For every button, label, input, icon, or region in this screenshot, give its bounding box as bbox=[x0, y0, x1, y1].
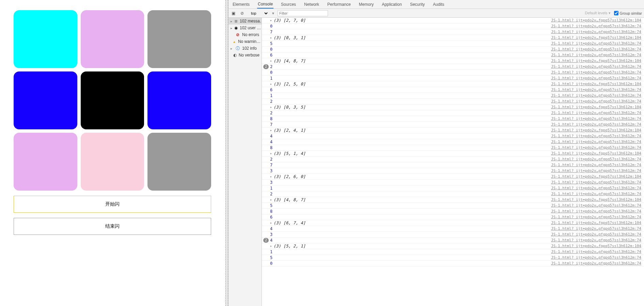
log-row[interactable]: 24JS-1.html? ijt=pdo2v…gfgpq57ssl3h612m:… bbox=[262, 238, 644, 243]
source-link[interactable]: JS-1.html? ijt=pdo2v…fgpq57ssl3h612m:104 bbox=[551, 58, 641, 64]
tab-application[interactable]: Application bbox=[381, 1, 403, 8]
log-row[interactable]: 2JS-1.html? ijt=pdo2v…gfgpq57ssl3h612m:7… bbox=[262, 191, 644, 197]
source-link[interactable]: JS-1.html? ijt=pdo2v…gfgpq57ssl3h612m:74 bbox=[551, 41, 641, 46]
source-link[interactable]: JS-1.html? ijt=pdo2v…gfgpq57ssl3h612m:74 bbox=[551, 64, 641, 69]
execution-context-dropdown[interactable]: top bbox=[248, 10, 269, 16]
log-row[interactable]: ▸(3) [2, 7, 0]JS-1.html? ijt=pdo2v…fgpq5… bbox=[262, 18, 644, 23]
log-row[interactable]: 4JS-1.html? ijt=pdo2v…gfgpq57ssl3h612m:7… bbox=[262, 133, 644, 139]
log-row[interactable]: 3JS-1.html? ijt=pdo2v…gfgpq57ssl3h612m:7… bbox=[262, 232, 644, 238]
log-row[interactable]: 0JS-1.html? ijt=pdo2v…gfgpq57ssl3h612m:7… bbox=[262, 47, 644, 52]
tile-8[interactable] bbox=[147, 133, 211, 191]
clear-console-icon[interactable]: ⊘ bbox=[239, 11, 245, 16]
log-row[interactable]: 1JS-1.html? ijt=pdo2v…gfgpq57ssl3h612m:7… bbox=[262, 249, 644, 255]
tab-performance[interactable]: Performance bbox=[327, 1, 351, 8]
log-row[interactable]: 5JS-1.html? ijt=pdo2v…gfgpq57ssl3h612m:7… bbox=[262, 203, 644, 209]
source-link[interactable]: JS-1.html? ijt=pdo2v…gfgpq57ssl3h612m:74 bbox=[551, 214, 641, 220]
filter-input[interactable] bbox=[278, 10, 328, 16]
source-link[interactable]: JS-1.html? ijt=pdo2v…gfgpq57ssl3h612m:74 bbox=[551, 116, 641, 122]
source-link[interactable]: JS-1.html? ijt=pdo2v…fgpq57ssl3h612m:104 bbox=[551, 243, 641, 249]
source-link[interactable]: JS-1.html? ijt=pdo2v…gfgpq57ssl3h612m:74 bbox=[551, 23, 641, 29]
source-link[interactable]: JS-1.html? ijt=pdo2v…gfgpq57ssl3h612m:74 bbox=[551, 249, 641, 255]
tab-memory[interactable]: Memory bbox=[358, 1, 374, 8]
source-link[interactable]: JS-1.html? ijt=pdo2v…gfgpq57ssl3h612m:74 bbox=[551, 157, 641, 162]
log-row[interactable]: 8JS-1.html? ijt=pdo2v…gfgpq57ssl3h612m:7… bbox=[262, 116, 644, 122]
source-link[interactable]: JS-1.html? ijt=pdo2v…gfgpq57ssl3h612m:74 bbox=[551, 145, 641, 150]
start-button[interactable]: 开始闪 bbox=[14, 196, 211, 213]
log-row[interactable]: ▸(3) [0, 3, 1]JS-1.html? ijt=pdo2v…fgpq5… bbox=[262, 35, 644, 41]
log-row[interactable]: 0JS-1.html? ijt=pdo2v…gfgpq57ssl3h612m:7… bbox=[262, 261, 644, 267]
source-link[interactable]: JS-1.html? ijt=pdo2v…gfgpq57ssl3h612m:74 bbox=[551, 110, 641, 116]
tile-7[interactable] bbox=[81, 133, 144, 191]
source-link[interactable]: JS-1.html? ijt=pdo2v…gfgpq57ssl3h612m:74 bbox=[551, 93, 641, 98]
source-link[interactable]: JS-1.html? ijt=pdo2v…gfgpq57ssl3h612m:74 bbox=[551, 76, 641, 81]
tile-6[interactable] bbox=[14, 133, 77, 191]
source-link[interactable]: JS-1.html? ijt=pdo2v…gfgpq57ssl3h612m:74 bbox=[551, 29, 641, 35]
tab-network[interactable]: Network bbox=[303, 1, 320, 8]
source-link[interactable]: JS-1.html? ijt=pdo2v…fgpq57ssl3h612m:104 bbox=[551, 197, 641, 203]
toggle-sidebar-icon[interactable]: ▣ bbox=[231, 11, 236, 16]
tile-5[interactable] bbox=[147, 71, 211, 129]
log-row[interactable]: 3JS-1.html? ijt=pdo2v…gfgpq57ssl3h612m:7… bbox=[262, 168, 644, 174]
log-row[interactable]: 3JS-1.html? ijt=pdo2v…gfgpq57ssl3h612m:7… bbox=[262, 180, 644, 186]
source-link[interactable]: JS-1.html? ijt=pdo2v…gfgpq57ssl3h612m:74 bbox=[551, 87, 641, 93]
source-link[interactable]: JS-1.html? ijt=pdo2v…gfgpq57ssl3h612m:74 bbox=[551, 168, 641, 174]
source-link[interactable]: JS-1.html? ijt=pdo2v…fgpq57ssl3h612m:104 bbox=[551, 81, 641, 87]
log-row[interactable]: 1JS-1.html? ijt=pdo2v…gfgpq57ssl3h612m:7… bbox=[262, 76, 644, 81]
source-link[interactable]: JS-1.html? ijt=pdo2v…fgpq57ssl3h612m:104 bbox=[551, 128, 641, 133]
log-row[interactable]: 2JS-1.html? ijt=pdo2v…gfgpq57ssl3h612m:7… bbox=[262, 110, 644, 116]
log-row[interactable]: ▸(3) [0, 3, 5]JS-1.html? ijt=pdo2v…fgpq5… bbox=[262, 104, 644, 110]
log-row[interactable]: 6JS-1.html? ijt=pdo2v…gfgpq57ssl3h612m:7… bbox=[262, 214, 644, 220]
tab-security[interactable]: Security bbox=[409, 1, 425, 8]
sidebar-item-err[interactable]: No errors bbox=[229, 31, 262, 38]
log-row[interactable]: 1JS-1.html? ijt=pdo2v…gfgpq57ssl3h612m:7… bbox=[262, 186, 644, 191]
log-row[interactable]: 6JS-1.html? ijt=pdo2v…gfgpq57ssl3h612m:7… bbox=[262, 87, 644, 93]
source-link[interactable]: JS-1.html? ijt=pdo2v…gfgpq57ssl3h612m:74 bbox=[551, 261, 641, 266]
tab-audits[interactable]: Audits bbox=[432, 1, 445, 8]
source-link[interactable]: JS-1.html? ijt=pdo2v…gfgpq57ssl3h612m:74 bbox=[551, 191, 641, 197]
source-link[interactable]: JS-1.html? ijt=pdo2v…gfgpq57ssl3h612m:74 bbox=[551, 232, 641, 237]
log-row[interactable]: 5JS-1.html? ijt=pdo2v…gfgpq57ssl3h612m:7… bbox=[262, 255, 644, 261]
log-row[interactable]: 5JS-1.html? ijt=pdo2v…gfgpq57ssl3h612m:7… bbox=[262, 41, 644, 47]
tile-0[interactable] bbox=[14, 10, 77, 68]
tab-elements[interactable]: Elements bbox=[232, 1, 250, 8]
log-row[interactable]: 4JS-1.html? ijt=pdo2v…gfgpq57ssl3h612m:7… bbox=[262, 139, 644, 145]
source-link[interactable]: JS-1.html? ijt=pdo2v…gfgpq57ssl3h612m:74 bbox=[551, 47, 641, 52]
log-row[interactable]: ▸(3) [5, 1, 4]JS-1.html? ijt=pdo2v…fgpq5… bbox=[262, 151, 644, 157]
log-row[interactable]: ▸(3) [4, 8, 7]JS-1.html? ijt=pdo2v…fgpq5… bbox=[262, 58, 644, 64]
source-link[interactable]: JS-1.html? ijt=pdo2v…gfgpq57ssl3h612m:74 bbox=[551, 139, 641, 145]
log-row[interactable]: ▸(3) [6, 7, 4]JS-1.html? ijt=pdo2v…fgpq5… bbox=[262, 220, 644, 226]
log-row[interactable]: 4JS-1.html? ijt=pdo2v…gfgpq57ssl3h612m:7… bbox=[262, 226, 644, 232]
log-row[interactable]: 6JS-1.html? ijt=pdo2v…gfgpq57ssl3h612m:7… bbox=[262, 52, 644, 58]
log-row[interactable]: 22JS-1.html? ijt=pdo2v…gfgpq57ssl3h612m:… bbox=[262, 64, 644, 70]
end-button[interactable]: 结束闪 bbox=[14, 218, 211, 235]
source-link[interactable]: JS-1.html? ijt=pdo2v…gfgpq57ssl3h612m:74 bbox=[551, 133, 641, 139]
tile-1[interactable] bbox=[81, 10, 144, 68]
source-link[interactable]: JS-1.html? ijt=pdo2v…gfgpq57ssl3h612m:74 bbox=[551, 238, 641, 243]
source-link[interactable]: JS-1.html? ijt=pdo2v…fgpq57ssl3h612m:104 bbox=[551, 151, 641, 156]
log-row[interactable]: ▸(3) [2, 6, 0]JS-1.html? ijt=pdo2v…fgpq5… bbox=[262, 174, 644, 180]
pane-separator[interactable] bbox=[225, 0, 228, 306]
source-link[interactable]: JS-1.html? ijt=pdo2v…fgpq57ssl3h612m:104 bbox=[551, 35, 641, 41]
console-output[interactable]: ▸(3) [2, 7, 0]JS-1.html? ijt=pdo2v…fgpq5… bbox=[262, 18, 644, 306]
log-row[interactable]: 7JS-1.html? ijt=pdo2v…gfgpq57ssl3h612m:7… bbox=[262, 122, 644, 128]
tab-sources[interactable]: Sources bbox=[280, 1, 297, 8]
source-link[interactable]: JS-1.html? ijt=pdo2v…fgpq57ssl3h612m:104 bbox=[551, 18, 641, 23]
log-row[interactable]: 7JS-1.html? ijt=pdo2v…gfgpq57ssl3h612m:7… bbox=[262, 29, 644, 35]
source-link[interactable]: JS-1.html? ijt=pdo2v…gfgpq57ssl3h612m:74 bbox=[551, 180, 641, 185]
source-link[interactable]: JS-1.html? ijt=pdo2v…gfgpq57ssl3h612m:74 bbox=[551, 226, 641, 231]
group-similar-checkbox[interactable] bbox=[614, 11, 618, 15]
tab-console[interactable]: Console bbox=[257, 0, 273, 9]
source-link[interactable]: JS-1.html? ijt=pdo2v…fgpq57ssl3h612m:104 bbox=[551, 174, 641, 179]
tile-4[interactable] bbox=[81, 71, 144, 129]
log-row[interactable]: 1JS-1.html? ijt=pdo2v…gfgpq57ssl3h612m:7… bbox=[262, 93, 644, 99]
source-link[interactable]: JS-1.html? ijt=pdo2v…gfgpq57ssl3h612m:74 bbox=[551, 209, 641, 214]
source-link[interactable]: JS-1.html? ijt=pdo2v…gfgpq57ssl3h612m:74 bbox=[551, 186, 641, 191]
log-row[interactable]: 7JS-1.html? ijt=pdo2v…gfgpq57ssl3h612m:7… bbox=[262, 162, 644, 168]
log-row[interactable]: 2JS-1.html? ijt=pdo2v…gfgpq57ssl3h612m:7… bbox=[262, 157, 644, 162]
log-row[interactable]: 8JS-1.html? ijt=pdo2v…gfgpq57ssl3h612m:7… bbox=[262, 209, 644, 214]
tile-2[interactable] bbox=[147, 10, 211, 68]
log-row[interactable]: ▸(3) [2, 4, 1]JS-1.html? ijt=pdo2v…fgpq5… bbox=[262, 128, 644, 133]
log-row[interactable]: 0JS-1.html? ijt=pdo2v…gfgpq57ssl3h612m:7… bbox=[262, 70, 644, 76]
source-link[interactable]: JS-1.html? ijt=pdo2v…fgpq57ssl3h612m:104 bbox=[551, 220, 641, 226]
source-link[interactable]: JS-1.html? ijt=pdo2v…gfgpq57ssl3h612m:74 bbox=[551, 70, 641, 75]
